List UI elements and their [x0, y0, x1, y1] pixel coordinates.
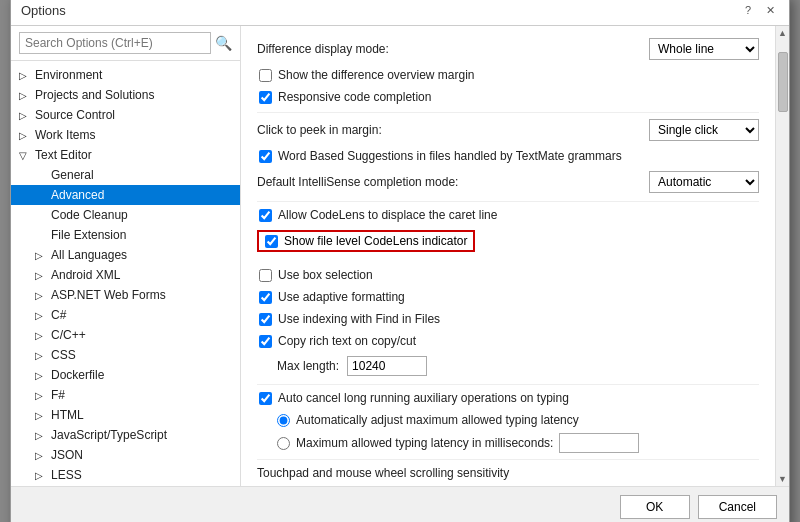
chevron-icon: ▷	[35, 290, 47, 301]
use-box-row: Use box selection	[257, 268, 759, 282]
chevron-icon: ▷	[35, 350, 47, 361]
scroll-down-icon[interactable]: ▼	[778, 474, 787, 484]
dialog-body: 🔍 ▷Environment▷Projects and Solutions▷So…	[11, 26, 789, 486]
tree-item-text-editor[interactable]: ▽Text Editor	[11, 145, 240, 165]
tree-area: ▷Environment▷Projects and Solutions▷Sour…	[11, 61, 240, 486]
use-indexing-row: Use indexing with Find in Files	[257, 312, 759, 326]
chevron-icon: ▷	[19, 90, 31, 101]
tree-item-css[interactable]: ▷CSS	[11, 345, 240, 365]
max-length-input[interactable]	[347, 356, 427, 376]
tree-item-label: Text Editor	[35, 148, 92, 162]
left-panel: 🔍 ▷Environment▷Projects and Solutions▷So…	[11, 26, 241, 486]
tree-item-label: ASP.NET Web Forms	[51, 288, 166, 302]
tree-item-source-control[interactable]: ▷Source Control	[11, 105, 240, 125]
click-peek-row: Click to peek in margin: Single click Do…	[257, 119, 759, 141]
auto-adjust-radio[interactable]	[277, 414, 290, 427]
use-box-checkbox[interactable]	[259, 269, 272, 282]
chevron-icon: ▷	[19, 130, 31, 141]
use-adaptive-checkbox[interactable]	[259, 291, 272, 304]
help-button[interactable]: ?	[739, 1, 757, 19]
max-length-label: Max length:	[277, 359, 339, 373]
max-latency-input[interactable]	[559, 433, 639, 453]
tree-item-work-items[interactable]: ▷Work Items	[11, 125, 240, 145]
scrollbar-track[interactable]: ▲ ▼	[775, 26, 789, 486]
dialog-title: Options	[21, 3, 66, 18]
tree-item-label: Code Cleanup	[51, 208, 128, 222]
tree-item-html[interactable]: ▷HTML	[11, 405, 240, 425]
options-dialog: Options ? ✕ 🔍 ▷Environment▷Projects and …	[10, 0, 790, 522]
tree-item-label: LESS	[51, 468, 82, 482]
ok-button[interactable]: OK	[620, 495, 690, 519]
chevron-icon: ▷	[35, 310, 47, 321]
chevron-icon: ▷	[19, 110, 31, 121]
click-peek-select[interactable]: Single click Double click	[649, 119, 759, 141]
word-based-checkbox[interactable]	[259, 150, 272, 163]
tree-item-label: Work Items	[35, 128, 95, 142]
show-difference-label: Show the difference overview margin	[278, 68, 475, 82]
chevron-icon: ▷	[35, 370, 47, 381]
copy-rich-label: Copy rich text on copy/cut	[278, 334, 416, 348]
tree-item-file-extension[interactable]: File Extension	[11, 225, 240, 245]
scroll-up-icon[interactable]: ▲	[778, 28, 787, 38]
tree-item-label: Android XML	[51, 268, 120, 282]
auto-adjust-row: Automatically adjust maximum allowed typ…	[257, 413, 759, 427]
tree-item-dockerfile[interactable]: ▷Dockerfile	[11, 365, 240, 385]
scrollbar-thumb[interactable]	[778, 52, 788, 112]
tree-item-advanced[interactable]: Advanced	[11, 185, 240, 205]
tree-item-json[interactable]: ▷JSON	[11, 445, 240, 465]
title-bar-controls: ? ✕	[739, 1, 779, 19]
tree-item-cpp[interactable]: ▷C/C++	[11, 325, 240, 345]
allow-codelens-checkbox[interactable]	[259, 209, 272, 222]
tree-item-projects[interactable]: ▷Projects and Solutions	[11, 85, 240, 105]
title-bar: Options ? ✕	[11, 0, 789, 26]
cancel-button[interactable]: Cancel	[698, 495, 777, 519]
tree-item-csharp[interactable]: ▷C#	[11, 305, 240, 325]
use-indexing-checkbox[interactable]	[259, 313, 272, 326]
tree-item-label: C/C++	[51, 328, 86, 342]
tree-item-all-languages[interactable]: ▷All Languages	[11, 245, 240, 265]
tree-item-label: Projects and Solutions	[35, 88, 154, 102]
chevron-icon: ▷	[35, 410, 47, 421]
touchpad-label: Touchpad and mouse wheel scrolling sensi…	[257, 466, 759, 480]
chevron-icon: ▷	[35, 250, 47, 261]
chevron-icon: ▷	[35, 330, 47, 341]
copy-rich-row: Copy rich text on copy/cut	[257, 334, 759, 348]
auto-cancel-label: Auto cancel long running auxiliary opera…	[278, 391, 569, 405]
word-based-row: Word Based Suggestions in files handled …	[257, 149, 759, 163]
tree-item-fsharp[interactable]: ▷F#	[11, 385, 240, 405]
close-button[interactable]: ✕	[761, 1, 779, 19]
use-adaptive-row: Use adaptive formatting	[257, 290, 759, 304]
tree-item-less[interactable]: ▷LESS	[11, 465, 240, 485]
tree-item-general[interactable]: General	[11, 165, 240, 185]
intellisense-row: Default IntelliSense completion mode: Au…	[257, 171, 759, 193]
difference-display-select[interactable]: Whole line Character	[649, 38, 759, 60]
tree-item-label: C#	[51, 308, 66, 322]
show-difference-checkbox[interactable]	[259, 69, 272, 82]
tree-item-label: Source Control	[35, 108, 115, 122]
copy-rich-checkbox[interactable]	[259, 335, 272, 348]
chevron-icon: ▷	[35, 270, 47, 281]
search-box: 🔍	[11, 26, 240, 61]
tree-item-aspnet[interactable]: ▷ASP.NET Web Forms	[11, 285, 240, 305]
show-file-level-container: Show file level CodeLens indicator	[257, 230, 759, 260]
chevron-icon: ▷	[35, 430, 47, 441]
use-adaptive-label: Use adaptive formatting	[278, 290, 405, 304]
intellisense-select[interactable]: Automatic Tab only Enter only	[649, 171, 759, 193]
tree-item-code-cleanup[interactable]: Code Cleanup	[11, 205, 240, 225]
tree-item-javascript[interactable]: ▷JavaScript/TypeScript	[11, 425, 240, 445]
auto-cancel-checkbox[interactable]	[259, 392, 272, 405]
max-length-row: Max length:	[257, 356, 759, 376]
max-latency-radio[interactable]	[277, 437, 290, 450]
show-file-level-row: Show file level CodeLens indicator	[257, 230, 475, 252]
tree-item-environment[interactable]: ▷Environment	[11, 65, 240, 85]
show-difference-row: Show the difference overview margin	[257, 68, 759, 82]
show-file-level-checkbox[interactable]	[265, 235, 278, 248]
max-latency-row: Maximum allowed typing latency in millis…	[257, 433, 759, 453]
click-peek-label: Click to peek in margin:	[257, 123, 641, 137]
use-indexing-label: Use indexing with Find in Files	[278, 312, 440, 326]
responsive-code-checkbox[interactable]	[259, 91, 272, 104]
responsive-code-row: Responsive code completion	[257, 90, 759, 104]
search-input[interactable]	[19, 32, 211, 54]
tree-item-label: JavaScript/TypeScript	[51, 428, 167, 442]
tree-item-android-xml[interactable]: ▷Android XML	[11, 265, 240, 285]
